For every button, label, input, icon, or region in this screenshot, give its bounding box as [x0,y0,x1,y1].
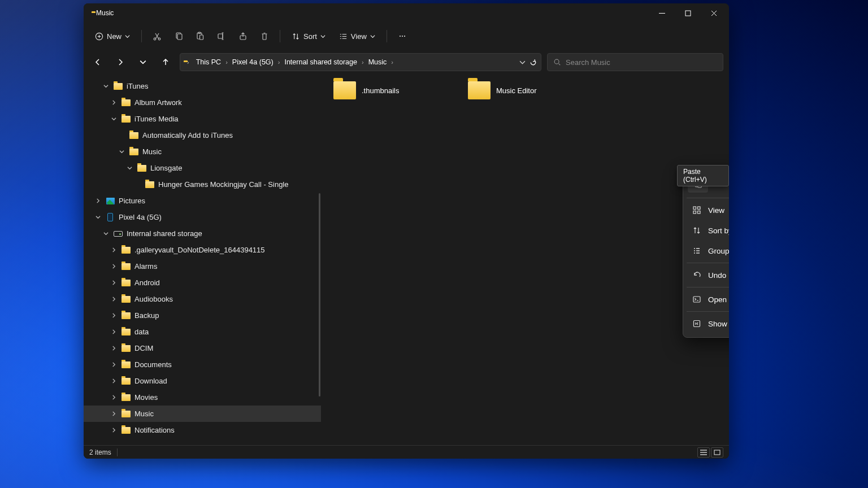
copy-button[interactable] [169,27,188,46]
tree-node[interactable]: Documents [84,356,321,373]
tree-node-label: data [134,328,149,336]
ctx-undo[interactable]: Undo Rename Ctrl+Z [687,265,729,285]
tree-node-label: Android [134,278,160,287]
scrollbar[interactable] [319,193,320,396]
tree-node[interactable]: Lionsgate [84,160,321,176]
tree-node-label: Audiobooks [134,295,173,303]
search-box[interactable] [547,53,723,71]
folder-icon [137,164,147,173]
tree-node[interactable]: Alarms [84,258,321,274]
chevron-right-icon[interactable] [110,411,118,416]
chevron-down-icon[interactable] [125,165,133,171]
paste-button[interactable] [190,27,210,46]
tree-node-label: Music [142,147,162,156]
tree-node[interactable]: Hunger Games Mockingjay Call - Single [84,176,321,193]
ctx-groupby[interactable]: Group by › [687,241,729,261]
more-button[interactable] [393,27,412,46]
chevron-right-icon[interactable] [110,313,118,318]
svg-point-11 [400,36,401,37]
chevron-right-icon[interactable] [110,297,118,302]
large-icons-view-button[interactable] [711,447,723,457]
rename-button[interactable] [212,27,231,46]
folder-item[interactable]: Music Editor [468,81,537,99]
tree-node[interactable]: Backup [84,307,321,324]
folder-icon [121,409,131,419]
chevron-right-icon[interactable] [110,362,118,367]
cut-button[interactable] [147,27,167,46]
folder-icon [121,311,131,320]
chevron-down-icon[interactable] [94,215,102,220]
forward-button[interactable] [112,54,129,71]
chevron-down-icon[interactable] [102,84,110,89]
details-view-button[interactable] [697,447,710,457]
ctx-sortby[interactable]: Sort by › [687,220,729,241]
folder-icon [145,180,155,189]
back-button[interactable] [89,54,106,71]
chevron-right-icon[interactable] [110,280,118,285]
minimize-button[interactable] [649,5,675,21]
close-button[interactable] [701,5,727,21]
tree-node[interactable]: Pictures [84,193,321,209]
tree-node[interactable]: Notifications [84,422,321,438]
toolbar-separator [387,30,387,42]
recent-button[interactable] [134,54,151,71]
tree-node[interactable]: Automatically Add to iTunes [84,127,321,143]
tree-node[interactable]: DCIM [84,340,321,356]
chevron-right-icon[interactable] [110,264,118,269]
content-pane[interactable]: Paste (Ctrl+V) View › Sort by › [321,75,729,445]
chevron-down-icon[interactable] [102,231,110,236]
tree-node[interactable]: .galleryvault_DoNotDelete_1644394115 [84,242,321,258]
chevron-right-icon[interactable] [110,395,118,400]
tree-node[interactable]: Android [84,274,321,291]
ctx-more[interactable]: Show more options Shift+F10 [687,313,729,334]
address-bar[interactable]: › This PC›Pixel 4a (5G)›Internal shared … [180,53,541,71]
share-button[interactable] [233,27,253,46]
breadcrumb-segment[interactable]: Internal shared storage [281,56,361,68]
tree-node[interactable]: Album Artwork [84,94,321,111]
tree-node[interactable]: Pixel 4a (5G) [84,209,321,225]
chevron-right-icon[interactable] [110,346,118,351]
chevron-right-icon[interactable] [110,329,118,334]
tree-node[interactable]: Audiobooks [84,291,321,307]
breadcrumb-segment[interactable]: Music [365,56,390,68]
menu-divider [687,287,729,287]
search-input[interactable] [566,58,717,67]
chevron-down-icon[interactable] [110,116,118,121]
svg-rect-0 [685,11,691,16]
maximize-button[interactable] [675,5,701,21]
ctx-view[interactable]: View › [687,200,729,220]
tree-node[interactable]: iTunes Media [84,111,321,127]
chevron-right-icon: › [224,59,229,66]
new-button[interactable]: New [89,29,136,44]
ctx-terminal[interactable]: Open in Terminal [687,289,729,310]
chevron-right-icon[interactable] [110,378,118,384]
toolbar-separator [280,30,280,42]
folder-item[interactable]: .thumbnails [333,81,399,99]
ctx-groupby-label: Group by [708,247,729,255]
chevron-right-icon[interactable] [110,247,118,252]
delete-button[interactable] [255,27,274,46]
tree-node[interactable]: iTunes [84,78,321,94]
window-title: Music [96,9,114,17]
tree-node[interactable]: Internal shared storage [84,225,321,242]
breadcrumb-segment[interactable]: Pixel 4a (5G) [229,56,277,68]
tree-node[interactable]: Movies [84,389,321,406]
chevron-down-icon[interactable] [519,59,526,66]
view-button[interactable]: View [333,29,381,44]
breadcrumb-segment[interactable]: This PC [193,56,224,68]
tree-node[interactable]: data [84,324,321,340]
refresh-button[interactable] [529,58,537,67]
up-button[interactable] [157,54,174,71]
tree-node[interactable]: Music [84,406,321,422]
tree-node-label: iTunes Media [134,115,179,123]
chevron-right-icon[interactable] [110,428,118,433]
tree-node[interactable]: Download [84,373,321,389]
chevron-right-icon[interactable] [110,100,118,105]
folder-icon [129,147,139,156]
navigation-tree[interactable]: iTunesAlbum ArtworkiTunes MediaAutomatic… [84,75,321,445]
sort-icon [292,32,300,41]
chevron-right-icon[interactable] [94,198,102,203]
sort-button[interactable]: Sort [286,29,331,44]
tree-node[interactable]: Music [84,143,321,160]
chevron-down-icon[interactable] [118,149,125,154]
